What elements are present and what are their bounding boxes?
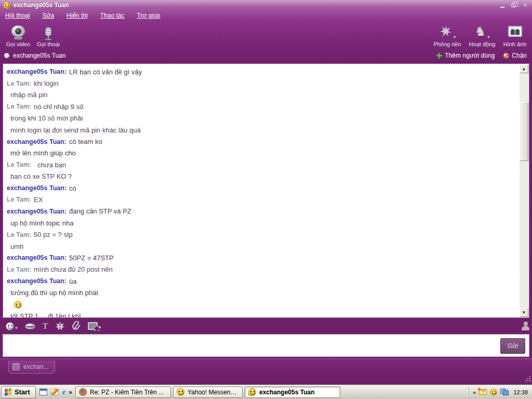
quick-launch-bar: e <box>39 388 66 396</box>
chat-message-row: nhập mã pin <box>3 89 519 101</box>
chat-message-row: up hộ mình topic nha <box>3 217 519 229</box>
chat-message-row: mình login lại đợi send mã pin khác lâu … <box>3 124 519 136</box>
task-app-icon <box>248 388 256 396</box>
menu-item[interactable]: Trợ giúp <box>137 12 160 19</box>
taskbar-clock[interactable]: 12:38 <box>513 389 528 395</box>
plus-icon <box>436 53 442 59</box>
message-sender: Le Tam: <box>7 196 31 203</box>
message-sender: exchange05s Tuan: <box>7 208 66 215</box>
message-text: nó chỉ nhập 9 số <box>34 103 83 111</box>
restore-button[interactable] <box>510 2 517 9</box>
chevron-down-icon[interactable]: ▾ <box>454 34 456 39</box>
resize-grip[interactable] <box>524 375 530 381</box>
taskbar-task-button[interactable]: Yahoo! Messenger <box>173 387 243 398</box>
voice-call-button[interactable]: Gọi thoại <box>33 23 63 47</box>
taskbar-task-button[interactable]: exchange05s Tuan <box>245 387 340 398</box>
quick-launch-overflow-chevron[interactable]: » <box>69 389 72 396</box>
scrollbar-thumb[interactable] <box>520 102 528 161</box>
close-button[interactable]: × <box>522 2 529 9</box>
messenger-tray-icon[interactable] <box>490 389 497 396</box>
conversation-tab[interactable]: exchan... <box>8 361 55 374</box>
scroll-down-button[interactable]: ▼ <box>520 308 528 317</box>
buzz-button[interactable]: ! <box>56 322 64 330</box>
contact-pane-button[interactable] <box>522 322 529 330</box>
audibles-button[interactable] <box>25 323 35 329</box>
message-sender: exchange05s Tuan: <box>7 277 66 285</box>
block-icon <box>503 52 509 59</box>
message-text: đang cần STP và PZ <box>69 207 131 215</box>
chat-message-row: bạn có xe STP KO ? <box>3 171 519 182</box>
internet-explorer-icon[interactable]: e <box>62 388 66 396</box>
smiley-emoticon <box>14 301 22 309</box>
microphone-icon <box>45 27 51 36</box>
photo-share-button[interactable]: ▾ <box>88 322 101 330</box>
chat-message-row: Le Tam: mình chưa đủ 20 post nên <box>3 264 519 275</box>
task-label: Re: PZ - Kiếm Tiền Trên ... <box>90 389 164 396</box>
media-player-icon[interactable] <box>51 389 59 395</box>
message-sender: exchange05s Tuan: <box>7 68 66 75</box>
message-input[interactable] <box>5 337 497 354</box>
scroll-up-button[interactable]: ▲ <box>520 64 528 73</box>
block-button[interactable]: Chặn <box>503 52 527 59</box>
photos-button[interactable]: Hình ảnh <box>500 23 530 47</box>
menu-item[interactable]: Thao tác <box>100 12 125 19</box>
video-call-button[interactable]: Gọi video <box>3 23 33 47</box>
background-button[interactable]: ▾ Phông nền <box>431 23 463 47</box>
activity-label: Hoạt động <box>467 41 498 47</box>
chat-scrollbar[interactable]: ▲ ▼ <box>520 64 528 317</box>
message-text: 50 pz = ? stp <box>34 231 73 238</box>
menu-bar: Hội thoại Sửa Hiển thị Thao tác Trợ giúp <box>5 12 160 19</box>
photo-share-icon <box>88 322 98 330</box>
message-input-area: Gửi <box>3 334 529 357</box>
message-text: 50PZ = 47STP <box>69 254 114 262</box>
windows-flag-icon <box>5 388 12 396</box>
message-text: tốt STP 1 ... đi 1ền t khĩ <box>10 312 81 317</box>
message-text: EX <box>34 196 43 204</box>
tray-chevron-icon[interactable]: « <box>473 389 476 395</box>
font-format-button[interactable]: T <box>43 321 48 331</box>
taskbar-task-button[interactable]: Re: PZ - Kiếm Tiền Trên ... <box>75 387 171 398</box>
send-button[interactable]: Gửi <box>500 338 525 354</box>
background-label: Phông nền <box>431 41 463 47</box>
chevron-down-icon[interactable]: ▾ <box>15 325 18 330</box>
system-tray: « 12:38 <box>468 387 532 398</box>
menu-item[interactable]: Sửa <box>42 12 54 19</box>
activity-button[interactable]: ♞ ▾ Hoạt động <box>467 23 498 47</box>
start-button[interactable]: Start <box>1 386 36 398</box>
chat-message-row: Le Tam: chưa bạn <box>3 159 519 170</box>
paperclip-icon <box>72 321 81 331</box>
task-button-group: Re: PZ - Kiếm Tiền Trên ... Yahoo! Messe… <box>75 387 342 398</box>
message-text: có team ko <box>69 138 102 145</box>
chevron-down-icon[interactable]: ▾ <box>487 34 490 39</box>
chat-message-row: Le Tam: EX <box>3 194 519 205</box>
message-text: khi login <box>34 79 59 87</box>
chat-message-row: exchange05s Tuan: có <box>3 182 519 194</box>
add-user-button[interactable]: Thêm người dùng <box>436 52 495 59</box>
message-text: mình chưa đủ 20 post nên <box>34 265 113 273</box>
add-user-label: Thêm người dùng <box>445 52 495 59</box>
start-label: Start <box>15 388 30 396</box>
titlebar[interactable]: exchange05s Tuan × <box>0 0 532 10</box>
chat-message-row: mở lên mình giúp cho <box>3 148 519 159</box>
attach-file-button[interactable] <box>72 321 81 331</box>
message-text: ùa <box>69 277 76 285</box>
message-sender: Le Tam: <box>7 103 31 110</box>
message-text: LR bạn có vấn đề gì vậy <box>69 68 142 76</box>
new-mail-icon[interactable] <box>479 389 487 395</box>
window-title: exchange05s Tuan <box>14 2 69 9</box>
network-icon[interactable] <box>500 389 509 395</box>
emoticon-icon <box>6 322 14 330</box>
messenger-window: exchange05s Tuan × Hội thoại Sửa Hiển th… <box>0 0 532 384</box>
message-sender: Le Tam: <box>7 80 31 87</box>
menu-item[interactable]: Hội thoại <box>5 12 30 19</box>
emoticon-picker-button[interactable]: ▾ <box>6 322 18 330</box>
font-icon: T <box>43 321 48 331</box>
chat-history-pane[interactable]: exchange05s Tuan: LR bạn có vấn đề gì vậ… <box>3 63 529 318</box>
chat-message-row: exchange05s Tuan: có team ko <box>3 136 519 147</box>
chat-message-row: umh <box>3 241 519 252</box>
leaf-icon <box>439 24 453 38</box>
compose-toolbar: ▾ T ! ▾ <box>3 318 529 334</box>
show-desktop-icon[interactable] <box>39 389 47 395</box>
menu-item[interactable]: Hiển thị <box>66 12 88 19</box>
minimize-button[interactable] <box>499 2 506 9</box>
